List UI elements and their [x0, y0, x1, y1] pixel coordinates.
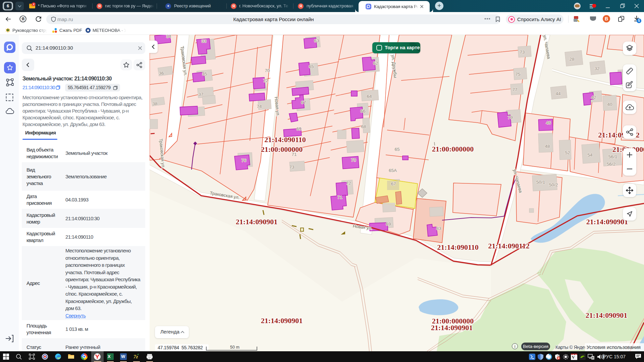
svg-text:64: 64 — [367, 94, 372, 99]
svg-text:72: 72 — [263, 78, 268, 83]
svg-text:28: 28 — [569, 57, 574, 62]
svg-text:70: 70 — [265, 68, 270, 73]
svg-text:76: 76 — [241, 158, 246, 163]
svg-text:50/2: 50/2 — [549, 182, 558, 187]
svg-text:21:14:090110: 21:14:090110 — [264, 135, 306, 144]
svg-text:Я: Я — [21, 17, 24, 21]
svg-text:7z: 7z — [133, 354, 138, 359]
svg-text:21:14:090901: 21:14:090901 — [586, 311, 628, 319]
svg-text:69: 69 — [296, 126, 301, 131]
svg-text:67: 67 — [301, 100, 306, 105]
svg-text:46: 46 — [546, 120, 551, 125]
svg-text:77: 77 — [512, 87, 517, 92]
svg-text:21:14:090112: 21:14:090112 — [488, 242, 529, 250]
svg-text:62: 62 — [373, 61, 378, 66]
svg-text:56/2: 56/2 — [607, 162, 615, 167]
svg-text:72: 72 — [346, 181, 351, 186]
svg-text:32: 32 — [594, 66, 599, 71]
svg-text:21:14:090110: 21:14:090110 — [437, 243, 478, 251]
svg-text:21:14:090901: 21:14:090901 — [236, 218, 278, 226]
svg-text:71: 71 — [337, 195, 342, 200]
svg-text:63: 63 — [314, 38, 319, 43]
svg-text:56/1: 56/1 — [608, 154, 617, 159]
svg-text:74: 74 — [257, 104, 262, 109]
svg-text:70: 70 — [351, 158, 356, 163]
svg-text:65А: 65А — [389, 168, 397, 173]
svg-text:44: 44 — [555, 91, 561, 96]
svg-text:21:14:090901: 21:14:090901 — [431, 323, 473, 332]
svg-text:33: 33 — [201, 39, 206, 44]
svg-text:21:14:090901: 21:14:090901 — [261, 316, 303, 325]
svg-text:50/1: 50/1 — [536, 180, 545, 185]
svg-text:66: 66 — [360, 109, 365, 114]
svg-text:65: 65 — [394, 147, 399, 152]
svg-text:52: 52 — [565, 150, 570, 155]
svg-text:21:00:000000: 21:00:000000 — [261, 145, 303, 154]
svg-text:48: 48 — [545, 144, 550, 149]
svg-text:36: 36 — [159, 71, 164, 76]
svg-text:69: 69 — [386, 222, 391, 227]
svg-text:38: 38 — [152, 101, 157, 106]
svg-text:68: 68 — [361, 124, 366, 129]
svg-text:21:00:000000: 21:00:000000 — [432, 145, 474, 153]
svg-text:42: 42 — [591, 95, 596, 100]
svg-text:37: 37 — [198, 92, 203, 97]
svg-text:54: 54 — [587, 153, 593, 158]
svg-text:65: 65 — [309, 64, 314, 69]
svg-text:21:14:090901: 21:14:090901 — [586, 218, 628, 226]
svg-text:73: 73 — [520, 50, 525, 55]
svg-text:50 m: 50 m — [230, 345, 239, 350]
svg-text:35: 35 — [202, 71, 207, 76]
svg-text:83: 83 — [436, 226, 441, 231]
svg-text:40: 40 — [607, 102, 612, 107]
svg-text:75: 75 — [515, 72, 520, 77]
svg-text:67: 67 — [391, 181, 396, 186]
svg-text:73: 73 — [289, 165, 294, 170]
svg-text:V: V — [572, 355, 575, 360]
svg-text:79: 79 — [507, 115, 513, 120]
svg-text:34: 34 — [166, 35, 171, 39]
